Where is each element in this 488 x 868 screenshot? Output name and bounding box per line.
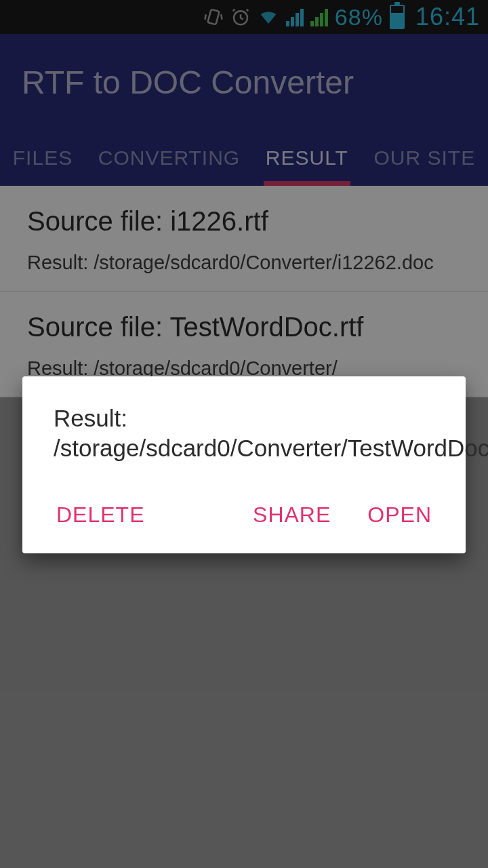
delete-button[interactable]: DELETE [54,497,147,533]
dialog-actions: DELETE SHARE OPEN [54,497,434,533]
share-button[interactable]: SHARE [250,497,333,533]
result-dialog: Result: /storage/sdcard0/Converter/TestW… [22,376,466,553]
dialog-message: Result: /storage/sdcard0/Converter/TestW… [54,403,434,463]
open-button[interactable]: OPEN [365,497,434,533]
